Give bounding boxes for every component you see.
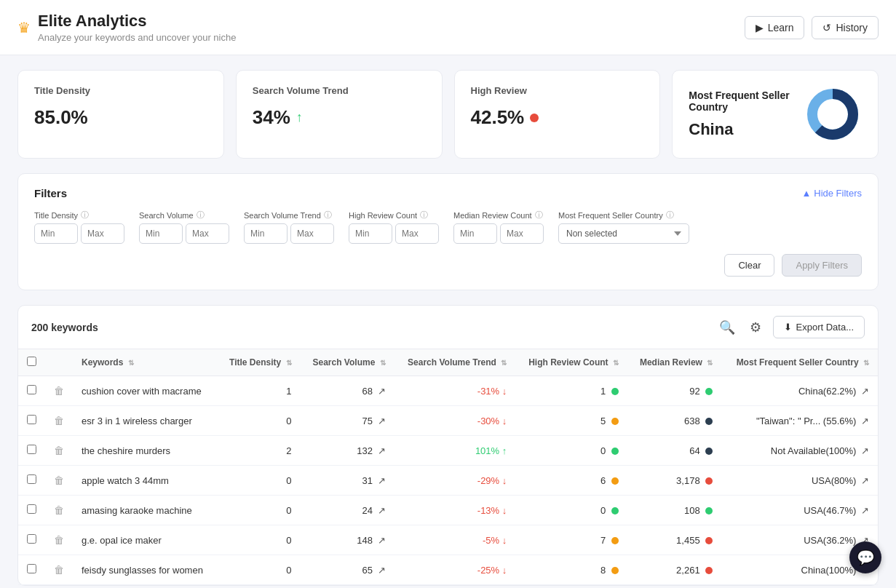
median-review-dot	[705, 507, 713, 514]
export-label: Export Data...	[796, 322, 854, 333]
row-keyword: amasing karaoke machine	[73, 496, 218, 525]
median-review-min[interactable]	[453, 223, 497, 244]
high-review-dot	[611, 388, 619, 395]
trash-icon-1[interactable]: 🗑	[54, 415, 64, 426]
col-checkbox	[18, 349, 45, 376]
export-button[interactable]: ⬇ Export Data...	[773, 316, 865, 338]
row-checkbox-6[interactable]	[27, 564, 36, 573]
median-review-max[interactable]	[500, 223, 544, 244]
row-checkbox-2[interactable]	[27, 445, 36, 454]
high-review-value: 42.5%	[471, 106, 644, 129]
settings-button[interactable]: ⚙	[747, 317, 764, 338]
sort-icon-sc[interactable]: ⇅	[863, 359, 869, 367]
median-review-dot	[705, 537, 713, 544]
chat-bubble[interactable]: 💬	[849, 541, 881, 573]
high-review-label: High Review	[471, 85, 644, 96]
table-row: 🗑 esr 3 in 1 wireless charger 0 75 ↗ -30…	[18, 406, 878, 436]
row-title-density: 2	[218, 436, 301, 466]
chat-icon: 💬	[857, 549, 875, 566]
row-checkbox-1[interactable]	[27, 415, 36, 424]
chart-icon: ↗	[378, 535, 386, 546]
col-title-density: Title Density ⇅	[218, 349, 301, 376]
trash-icon-0[interactable]: 🗑	[54, 385, 64, 397]
filter-median-review-label: Median Review Count ⓘ	[453, 210, 544, 220]
row-delete-cell: 🗑	[45, 376, 73, 406]
trash-icon-5[interactable]: 🗑	[54, 534, 64, 546]
info-icon-5: ⓘ	[666, 210, 674, 220]
keywords-table: Keywords ⇅ Title Density ⇅ Search Volume…	[18, 349, 878, 585]
row-delete-cell: 🗑	[45, 406, 73, 436]
high-review-min[interactable]	[349, 223, 392, 244]
sort-icon-sv[interactable]: ⇅	[380, 359, 386, 367]
learn-button[interactable]: ▶ Learn	[745, 16, 805, 39]
history-icon: ↺	[822, 22, 831, 33]
country-chart-icon: ↗	[861, 505, 869, 516]
stat-card-high-review: High Review 42.5%	[454, 70, 661, 159]
trash-icon-2[interactable]: 🗑	[54, 445, 64, 456]
hide-filters-label: Hide Filters	[814, 188, 862, 199]
trash-icon-4[interactable]: 🗑	[54, 504, 64, 516]
row-checkbox-0[interactable]	[27, 385, 36, 394]
table-head: Keywords ⇅ Title Density ⇅ Search Volume…	[18, 349, 878, 376]
row-search-volume: 75 ↗	[301, 406, 395, 436]
row-sv-trend: -30% ↓	[395, 406, 516, 436]
search-volume-min[interactable]	[139, 223, 183, 244]
table-row: 🗑 the cheshire murders 2 132 ↗ 101% ↑ 0 …	[18, 436, 878, 466]
sv-trend-max[interactable]	[290, 223, 334, 244]
stat-cards: Title Density 85.0% Search Volume Trend …	[17, 70, 879, 159]
seller-country-text: Most Frequent Seller Country China	[689, 90, 804, 139]
trash-icon-3[interactable]: 🗑	[54, 474, 64, 486]
title-density-max[interactable]	[81, 223, 124, 244]
filter-high-review-inputs	[349, 223, 439, 244]
stat-card-seller-country: Most Frequent Seller Country China	[672, 70, 879, 159]
learn-icon: ▶	[756, 22, 764, 33]
row-sv-trend: -5% ↓	[395, 525, 516, 555]
row-delete-cell: 🗑	[45, 525, 73, 555]
select-all-checkbox[interactable]	[27, 357, 36, 366]
row-title-density: 0	[218, 406, 301, 436]
high-review-max[interactable]	[395, 223, 439, 244]
crown-icon: ♛	[17, 19, 31, 36]
country-chart-icon: ↗	[861, 475, 869, 486]
trash-icon-6[interactable]: 🗑	[54, 564, 64, 576]
sort-icon-keywords[interactable]: ⇅	[128, 359, 134, 367]
sort-icon-svt[interactable]: ⇅	[501, 359, 507, 367]
sort-icon-hr[interactable]: ⇅	[613, 359, 619, 367]
history-button[interactable]: ↺ History	[812, 16, 879, 39]
row-keyword: apple watch 3 44mm	[73, 466, 218, 496]
chart-icon: ↗	[378, 445, 386, 456]
sort-icon-td[interactable]: ⇅	[286, 359, 292, 367]
row-checkbox-3[interactable]	[27, 474, 36, 484]
search-button[interactable]: 🔍	[716, 317, 738, 338]
title-density-min[interactable]	[34, 223, 78, 244]
row-title-density: 0	[218, 496, 301, 525]
row-checkbox-cell	[18, 436, 45, 466]
apply-filters-button[interactable]: Apply Filters	[782, 254, 862, 277]
learn-label: Learn	[768, 22, 794, 33]
download-icon: ⬇	[784, 322, 792, 333]
row-high-review: 6	[515, 466, 627, 496]
keywords-count: 200 keywords	[31, 322, 98, 333]
info-icon-3: ⓘ	[420, 210, 428, 220]
row-median-review: 92	[627, 376, 721, 406]
donut-chart	[804, 85, 862, 143]
high-review-dot	[611, 537, 619, 544]
row-checkbox-cell	[18, 496, 45, 525]
country-select[interactable]: Non selected	[558, 223, 689, 244]
row-high-review: 0	[515, 436, 627, 466]
sort-icon-mr[interactable]: ⇅	[707, 359, 713, 367]
sv-trend-min[interactable]	[244, 223, 288, 244]
row-checkbox-cell	[18, 466, 45, 496]
clear-button[interactable]: Clear	[724, 254, 774, 277]
row-search-volume: 132 ↗	[301, 436, 395, 466]
median-review-dot	[705, 567, 713, 574]
main-content: Title Density 85.0% Search Volume Trend …	[0, 55, 896, 588]
search-volume-max[interactable]	[186, 223, 229, 244]
hide-filters-button[interactable]: ▲ Hide Filters	[801, 188, 862, 199]
row-seller-country: USA(46.7%) ↗	[721, 496, 878, 525]
row-checkbox-4[interactable]	[27, 504, 36, 514]
filter-high-review: High Review Count ⓘ	[349, 210, 439, 244]
row-seller-country: "Taiwan": " Pr... (55.6%) ↗	[721, 406, 878, 436]
row-checkbox-5[interactable]	[27, 534, 36, 544]
row-high-review: 7	[515, 525, 627, 555]
